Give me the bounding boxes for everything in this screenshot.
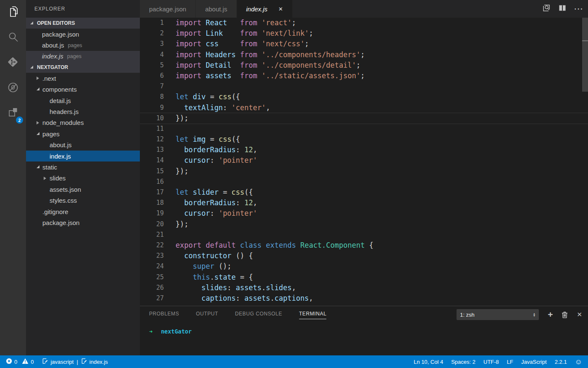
- version[interactable]: 2.2.1: [555, 359, 567, 365]
- code-line-12[interactable]: 12let img = css({: [140, 134, 588, 145]
- activity-source-control[interactable]: [0, 50, 26, 76]
- activity-explorer[interactable]: [0, 0, 26, 25]
- tree-item-static[interactable]: static: [26, 161, 140, 172]
- code-line-5[interactable]: 5import Detail from '../components/detai…: [140, 60, 588, 71]
- code-line-9[interactable]: 9 textAlign: 'center',: [140, 103, 588, 113]
- code-text: import Link from 'next/link';: [164, 28, 313, 39]
- code-text: textAlign: 'center',: [164, 103, 270, 113]
- code-line-4[interactable]: 4import Headers from '../components/head…: [140, 50, 588, 60]
- tree-item-node_modules[interactable]: node_modules: [26, 117, 140, 128]
- code-text: });: [164, 166, 189, 177]
- activity-debug[interactable]: [0, 76, 26, 101]
- close-panel-icon[interactable]: ✕: [577, 311, 582, 318]
- tree-item-package.json[interactable]: package.json: [26, 217, 140, 228]
- scrollbar-decoration: [582, 40, 588, 41]
- formatter-file: index.js: [89, 359, 108, 365]
- tree-item-styles.css[interactable]: styles.css: [26, 195, 140, 206]
- tree-item-pages[interactable]: pages: [26, 128, 140, 139]
- feedback-smiley-icon[interactable]: ☺: [575, 358, 582, 365]
- tab-package.json[interactable]: package.json: [140, 0, 196, 18]
- split-editor-icon[interactable]: [558, 3, 567, 14]
- open-editor-about.js[interactable]: about.jspages: [26, 40, 140, 50]
- language-mode[interactable]: JavaScript: [521, 359, 547, 365]
- tree-item-headers.js[interactable]: headers.js: [26, 106, 140, 117]
- code-line-3[interactable]: 3import css from 'next/css';: [140, 39, 588, 49]
- code-line-6[interactable]: 6import assets from '../static/assets.js…: [140, 71, 588, 81]
- open-editor-package.json[interactable]: package.json: [26, 29, 140, 40]
- editor-scrollbar[interactable]: [582, 18, 588, 92]
- tree-item-about.js[interactable]: about.js: [26, 140, 140, 151]
- tree-item-detail.js[interactable]: detail.js: [26, 95, 140, 106]
- tree-item-assets.json[interactable]: assets.json: [26, 184, 140, 195]
- tree-item-label: .next: [42, 75, 56, 82]
- line-number: 21: [140, 230, 164, 240]
- tree-item-slides[interactable]: slides: [26, 173, 140, 184]
- open-editor-index.js[interactable]: index.jspages: [26, 51, 140, 62]
- tab-label: index.js: [246, 5, 268, 13]
- code-editor[interactable]: 1import React from 'react';2import Link …: [140, 18, 588, 306]
- panel-tab-problems[interactable]: PROBLEMS: [149, 311, 179, 317]
- code-line-18[interactable]: 18 borderRadius: 12,: [140, 198, 588, 208]
- open-editor-label: package.json: [42, 31, 79, 38]
- code-line-13[interactable]: 13 borderRadius: 12,: [140, 145, 588, 155]
- code-line-1[interactable]: 1import React from 'react';: [140, 18, 588, 28]
- tree-item-components[interactable]: components: [26, 84, 140, 95]
- code-line-25[interactable]: 25 this.state = {: [140, 272, 588, 283]
- code-line-2[interactable]: 2import Link from 'next/link';: [140, 28, 588, 39]
- cursor-position[interactable]: Ln 10, Col 4: [414, 359, 443, 365]
- code-text: import Headers from '../components/heade…: [164, 50, 365, 60]
- open-preview-icon[interactable]: [542, 3, 551, 14]
- workspace-header[interactable]: NEXTGATOR: [26, 62, 140, 73]
- line-number: 25: [140, 272, 164, 283]
- code-text: [164, 177, 176, 187]
- more-actions-icon[interactable]: ⋯: [574, 7, 583, 11]
- code-line-22[interactable]: 22export default class extends React.Com…: [140, 240, 588, 251]
- code-line-17[interactable]: 17let slider = css({: [140, 187, 588, 198]
- problems-status[interactable]: 0 0: [6, 358, 34, 365]
- code-text: [164, 124, 176, 134]
- code-text: });: [164, 113, 189, 124]
- code-line-7[interactable]: 7: [140, 81, 588, 92]
- code-line-11[interactable]: 11: [140, 124, 588, 134]
- terminal[interactable]: ➜nextGator: [140, 321, 588, 355]
- indentation[interactable]: Spaces: 2: [451, 359, 475, 365]
- code-line-15[interactable]: 15});: [140, 166, 588, 177]
- code-line-14[interactable]: 14 cursor: 'pointer': [140, 155, 588, 166]
- tab-index.js[interactable]: index.js✕: [237, 0, 293, 18]
- code-line-20[interactable]: 20});: [140, 219, 588, 230]
- code-text: let div = css({: [164, 92, 240, 102]
- panel-tab-debug-console[interactable]: DEBUG CONSOLE: [235, 311, 282, 317]
- editor-actions: ⋯: [542, 0, 583, 18]
- kill-terminal-icon[interactable]: [562, 311, 568, 318]
- code-line-27[interactable]: 27 captions: assets.captions,: [140, 293, 588, 304]
- new-terminal-icon[interactable]: +: [548, 310, 553, 320]
- activity-search[interactable]: [0, 25, 26, 50]
- tree-item-label: detail.js: [50, 97, 71, 104]
- tree-item-.gitignore[interactable]: .gitignore: [26, 206, 140, 217]
- code-line-16[interactable]: 16: [140, 177, 588, 187]
- encoding[interactable]: UTF-8: [483, 359, 499, 365]
- code-line-21[interactable]: 21: [140, 230, 588, 240]
- status-bar-left: 0 0 javascript |: [6, 358, 108, 365]
- open-editors-header[interactable]: OPEN EDITORS: [26, 18, 140, 29]
- activity-extensions[interactable]: 2: [0, 101, 26, 126]
- formatter-status[interactable]: javascript | index.js: [42, 358, 108, 365]
- tree-item-.next[interactable]: .next: [26, 73, 140, 84]
- panel-tab-terminal[interactable]: TERMINAL: [299, 311, 326, 319]
- code-line-26[interactable]: 26 slides: assets.slides,: [140, 283, 588, 293]
- code-line-24[interactable]: 24 super ();: [140, 261, 588, 272]
- terminal-select[interactable]: 1: zsh ▲ ▼: [457, 309, 539, 320]
- panel-tab-output[interactable]: OUTPUT: [196, 311, 218, 317]
- code-line-19[interactable]: 19 cursor: 'pointer': [140, 208, 588, 219]
- code-line-8[interactable]: 8let div = css({: [140, 92, 588, 102]
- code-text: let slider = css({: [164, 187, 253, 198]
- code-line-10[interactable]: 10});: [140, 113, 588, 124]
- workspace-label: NEXTGATOR: [37, 64, 68, 70]
- eol[interactable]: LF: [507, 359, 513, 365]
- tab-about.js[interactable]: about.js: [196, 0, 237, 18]
- code-line-23[interactable]: 23 constructor () {: [140, 251, 588, 261]
- tree-item-index.js[interactable]: index.js: [26, 151, 140, 161]
- close-icon[interactable]: ✕: [278, 6, 283, 12]
- chevron-expanded-icon: [30, 22, 36, 24]
- line-number: 10: [140, 113, 164, 124]
